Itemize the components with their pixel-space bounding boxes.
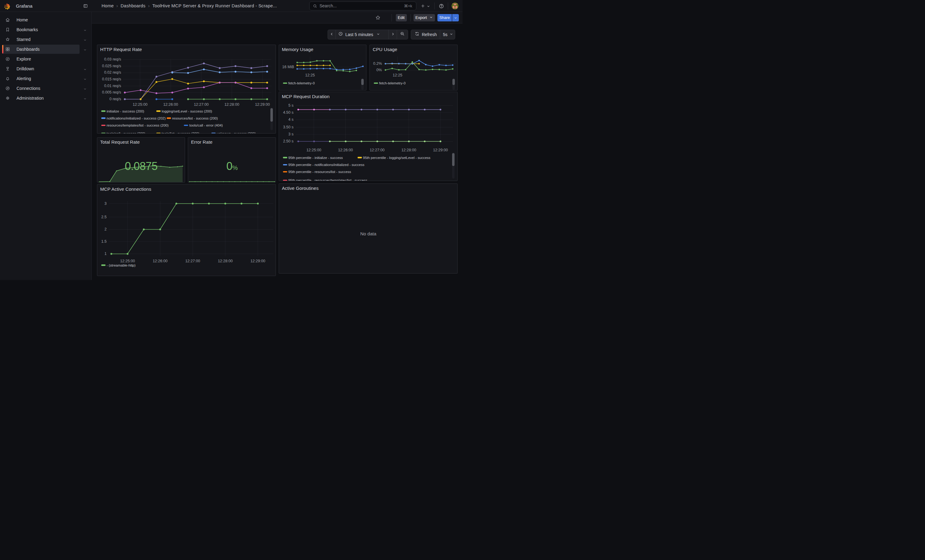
svg-text:0.015 req/s: 0.015 req/s — [102, 77, 121, 81]
svg-text:0.025 req/s: 0.025 req/s — [102, 64, 121, 68]
svg-text:12:29:00: 12:29:00 — [433, 148, 448, 152]
svg-text:1.5: 1.5 — [101, 239, 107, 244]
svg-text:12:28:00: 12:28:00 — [401, 148, 416, 152]
svg-text:12:25:00: 12:25:00 — [133, 102, 148, 107]
svg-text:12:27:00: 12:27:00 — [194, 102, 209, 107]
svg-text:0.01 req/s: 0.01 req/s — [104, 83, 121, 88]
svg-text:16 MiB: 16 MiB — [282, 65, 294, 69]
svg-text:12:28:00: 12:28:00 — [224, 102, 239, 107]
svg-text:12:25: 12:25 — [392, 73, 402, 77]
svg-text:3.50 s: 3.50 s — [283, 125, 293, 129]
svg-text:12:27:00: 12:27:00 — [185, 259, 200, 263]
svg-text:12:28:00: 12:28:00 — [218, 259, 233, 263]
svg-text:3 s: 3 s — [288, 132, 293, 136]
svg-text:0 req/s: 0 req/s — [109, 97, 121, 101]
svg-text:3: 3 — [104, 201, 107, 206]
svg-text:0%: 0% — [376, 68, 382, 72]
svg-text:4 s: 4 s — [288, 117, 293, 122]
svg-text:2.5: 2.5 — [101, 215, 107, 219]
svg-text:4.50 s: 4.50 s — [283, 110, 293, 114]
svg-text:0.2%: 0.2% — [373, 62, 382, 66]
svg-text:12:25: 12:25 — [305, 73, 315, 77]
svg-text:0.02 req/s: 0.02 req/s — [104, 70, 121, 75]
svg-text:0.005 req/s: 0.005 req/s — [102, 90, 121, 95]
svg-text:12:25:00: 12:25:00 — [306, 148, 321, 152]
svg-text:2: 2 — [104, 227, 107, 231]
svg-text:12:29:00: 12:29:00 — [250, 259, 265, 263]
svg-text:2.50 s: 2.50 s — [283, 139, 293, 143]
svg-text:12:27:00: 12:27:00 — [369, 148, 384, 152]
svg-text:12:29:00: 12:29:00 — [255, 102, 270, 107]
svg-text:12:26:00: 12:26:00 — [163, 102, 178, 107]
svg-text:5 s: 5 s — [288, 103, 293, 108]
svg-text:12:25:00: 12:25:00 — [120, 259, 135, 263]
svg-text:1: 1 — [104, 252, 107, 256]
svg-text:0.03 req/s: 0.03 req/s — [104, 57, 121, 62]
svg-text:12:26:00: 12:26:00 — [153, 259, 168, 263]
svg-text:12:26:00: 12:26:00 — [338, 148, 353, 152]
